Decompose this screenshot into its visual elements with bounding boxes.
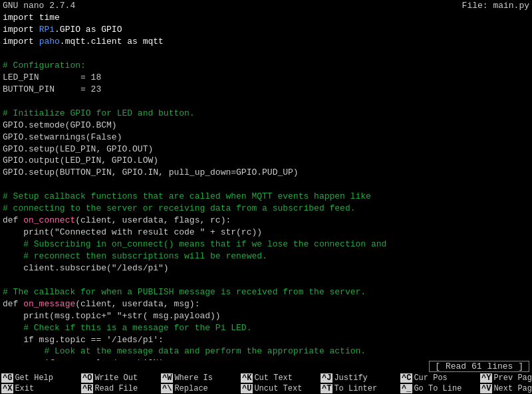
code-line: if msg.topic == '/leds/pi': xyxy=(3,334,529,346)
code-line: # Setup callback functions that are call… xyxy=(3,191,529,203)
menu-key: ^T xyxy=(321,384,332,393)
code-line: # Check if this is a message for the Pi … xyxy=(3,322,529,334)
code-line xyxy=(3,96,529,108)
menu-label: To Linter xyxy=(334,384,377,393)
menu-item-1-3[interactable]: ^UUncut Text xyxy=(239,383,319,394)
menu-key: ^J xyxy=(321,373,332,383)
menu-label: Get Help xyxy=(15,373,53,383)
app: GNU nano 2.7.4 File: main.py import time… xyxy=(0,0,532,394)
menu-key: ^X xyxy=(1,384,13,393)
code-line: # connecting to the server or receiving … xyxy=(3,203,529,215)
menu-key: ^R xyxy=(81,384,93,393)
code-line: # Subscribing in on_connect() means that… xyxy=(3,239,529,250)
code-line: GPIO.setup(BUTTON_PIN, GPIO.IN, pull_up_… xyxy=(3,167,529,179)
menu-item-1-1[interactable]: ^RRead File xyxy=(80,383,160,394)
code-line: import paho.mqtt.client as mqtt xyxy=(3,36,529,48)
menu-item-1-2[interactable]: ^\Replace xyxy=(160,383,239,394)
menu-key: ^K xyxy=(241,373,253,383)
menu-key: ^U xyxy=(241,384,253,393)
menu-key: ^Y xyxy=(480,373,492,383)
menu-item-1-4[interactable]: ^TTo Linter xyxy=(319,383,399,394)
menu-label: Prev Page xyxy=(493,373,532,383)
menu-item-1-0[interactable]: ^XExit xyxy=(0,383,80,394)
menu-key: ^O xyxy=(81,373,93,383)
menu-label: Where Is xyxy=(174,373,213,383)
code-line: print(msg.topic+" "+str( msg.payload)) xyxy=(3,310,529,322)
menu-item-0-1[interactable]: ^OWrite Out xyxy=(80,373,160,383)
menu-label: Uncut Text xyxy=(254,384,302,393)
menu-key: ^V xyxy=(480,384,492,393)
menu-item-0-6[interactable]: ^YPrev Page xyxy=(479,373,532,383)
menu-row-0: ^GGet Help^OWrite Out^WWhere Is^KCut Tex… xyxy=(0,373,532,383)
code-line: # The callback for when a PUBLISH messag… xyxy=(3,286,529,298)
menu-label: Write Out xyxy=(94,373,138,383)
menu-item-0-4[interactable]: ^JJustify xyxy=(319,373,399,383)
menu-label: Cut Text xyxy=(254,373,293,383)
menu-label: Replace xyxy=(174,384,207,393)
menu-item-0-5[interactable]: ^CCur Pos xyxy=(399,373,479,383)
menu-key: ^W xyxy=(161,373,173,383)
statusbar: [ Read 61 lines ] xyxy=(0,360,532,373)
titlebar: GNU nano 2.7.4 File: main.py xyxy=(0,0,532,12)
code-line: import time xyxy=(3,12,529,24)
code-line xyxy=(3,179,529,191)
file-name: File: main.py xyxy=(462,0,529,12)
menu-key: ^\ xyxy=(161,384,173,393)
code-line xyxy=(3,48,529,60)
menu-row-1: ^XExit^RRead File^\Replace^UUncut Text^T… xyxy=(0,383,532,394)
menu-item-0-0[interactable]: ^GGet Help xyxy=(0,373,80,383)
status-message: [ Read 61 lines ] xyxy=(429,361,529,372)
code-line xyxy=(3,274,529,286)
menu-item-1-5[interactable]: ^_Go To Line xyxy=(399,383,479,394)
code-line: # Look at the message data and perform t… xyxy=(3,345,529,357)
code-area[interactable]: import timeimport RPi.GPIO as GPIOimport… xyxy=(0,12,532,360)
code-line: import RPi.GPIO as GPIO xyxy=(3,24,529,36)
code-line: BUTTON_PIN = 23 xyxy=(3,84,529,96)
menu-key: ^G xyxy=(1,373,13,383)
code-line: GPIO.setwarnings(False) xyxy=(3,132,529,144)
bottom-menu: ^GGet Help^OWrite Out^WWhere Is^KCut Tex… xyxy=(0,373,532,394)
code-line: client.subscribe("/leds/pi") xyxy=(3,262,529,274)
code-line: # Configuration: xyxy=(3,60,529,72)
code-line: GPIO.output(LED_PIN, GPIO.LOW) xyxy=(3,155,529,167)
menu-item-0-2[interactable]: ^WWhere Is xyxy=(160,373,239,383)
menu-item-1-6[interactable]: ^VNext Page xyxy=(479,383,532,394)
app-name: GNU nano 2.7.4 xyxy=(3,0,75,12)
code-line: print("Connected with result code " + st… xyxy=(3,227,529,239)
menu-label: Next Page xyxy=(493,384,532,393)
menu-label: Read File xyxy=(94,384,138,393)
code-line: def on_connect(client, userdata, flags, … xyxy=(3,215,529,227)
menu-label: Cur Pos xyxy=(414,373,447,383)
code-line: # reconnect then subscriptions will be r… xyxy=(3,250,529,262)
code-line: # Initialize GPIO for LED and button. xyxy=(3,108,529,120)
menu-label: Justify xyxy=(334,373,367,383)
menu-item-0-3[interactable]: ^KCut Text xyxy=(239,373,319,383)
menu-key: ^_ xyxy=(400,384,412,393)
menu-label: Go To Line xyxy=(414,384,462,393)
menu-label: Exit xyxy=(15,384,34,393)
code-line: GPIO.setup(LED_PIN, GPIO.OUT) xyxy=(3,144,529,155)
code-line: GPIO.setmode(GPIO.BCM) xyxy=(3,120,529,132)
menu-key: ^C xyxy=(400,373,412,383)
code-line: def on_message(client, userdata, msg): xyxy=(3,298,529,310)
code-line: LED_PIN = 18 xyxy=(3,72,529,84)
